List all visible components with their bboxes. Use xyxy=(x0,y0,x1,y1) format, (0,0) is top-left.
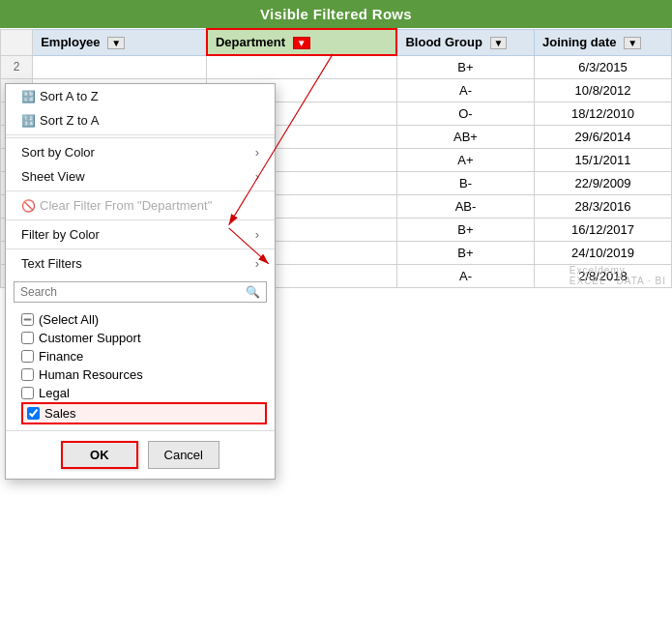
menu-item-sheet-view[interactable]: Sheet View› xyxy=(6,164,275,189)
menu-item-label: Sort Z to A xyxy=(40,113,99,128)
col-employee: Employee ▼ xyxy=(33,29,207,55)
joining-date-cell: 22/9/2009 xyxy=(534,171,671,194)
clear-filter-icon: 🚫 xyxy=(21,199,36,213)
blood-group-cell: B- xyxy=(396,171,534,194)
blood-group-filter-btn[interactable]: ▼ xyxy=(490,37,508,49)
blood-group-cell: O- xyxy=(396,102,534,125)
watermark: ExceldemyEXCEL · DATA · BI xyxy=(570,265,666,286)
title-bar: Visible Filtered Rows xyxy=(0,0,672,28)
submenu-arrow-icon: › xyxy=(255,227,259,242)
checklist-item-label: Human Resources xyxy=(39,367,143,382)
blood-group-cell: A+ xyxy=(396,148,534,171)
department-filter-btn[interactable]: ▼ xyxy=(293,37,310,49)
menu-item-label: Sheet View xyxy=(21,169,85,184)
checkbox[interactable] xyxy=(27,407,40,420)
joining-date-cell: 15/1/2011 xyxy=(534,148,671,171)
joining-date-cell: 29/6/2014 xyxy=(534,125,671,148)
sort-za-icon: 🔢 xyxy=(21,114,36,128)
table-row: 2 B+ 6/3/2015 xyxy=(1,55,672,78)
col-department: Department ▼ xyxy=(207,29,397,55)
checklist-item-label: Customer Support xyxy=(39,331,141,345)
blood-group-cell: A- xyxy=(396,264,534,287)
blood-group-cell: B+ xyxy=(396,241,534,264)
menu-item-text-filters[interactable]: Text Filters› xyxy=(6,251,275,276)
checkbox[interactable] xyxy=(21,350,34,363)
menu-item-label: Clear Filter From "Department" xyxy=(40,198,212,213)
joining-date-cell: 18/12/2010 xyxy=(534,102,671,125)
search-input[interactable] xyxy=(20,285,246,299)
department-cell xyxy=(207,55,397,78)
checklist-item-finance[interactable]: Finance xyxy=(21,347,267,365)
submenu-arrow-icon: › xyxy=(255,256,259,271)
checklist-item-human-resources[interactable]: Human Resources xyxy=(21,365,267,384)
blood-group-cell: AB+ xyxy=(396,125,534,148)
submenu-arrow-icon: › xyxy=(255,145,259,160)
employee-col-label: Employee xyxy=(41,35,100,49)
joining-date-cell: 16/12/2017 xyxy=(534,218,671,241)
blood-group-cell: AB- xyxy=(396,194,534,218)
checklist-item-label: Sales xyxy=(44,406,76,421)
checklist-item-select-all[interactable]: (Select All) xyxy=(21,310,267,329)
page-title: Visible Filtered Rows xyxy=(260,6,412,22)
menu-item-sort-z-to-a[interactable]: 🔢Sort Z to A xyxy=(6,108,275,132)
joining-date-col-label: Joining date xyxy=(542,35,617,49)
row-number: 2 xyxy=(1,55,33,78)
menu-item-label: Sort A to Z xyxy=(40,89,99,103)
submenu-arrow-icon: › xyxy=(255,169,259,184)
col-blood-group: Blood Group ▼ xyxy=(396,29,534,55)
department-col-label: Department xyxy=(216,35,285,49)
sort-az-icon: 🔡 xyxy=(21,90,36,103)
menu-item-label: Text Filters xyxy=(21,256,82,271)
checklist-item-label: (Select All) xyxy=(39,312,99,327)
checkbox[interactable] xyxy=(21,387,34,399)
department-dropdown: 🔡Sort A to Z🔢Sort Z to ASort by Color›Sh… xyxy=(5,83,276,480)
search-icon: 🔍 xyxy=(246,285,260,299)
menu-item-label: Sort by Color xyxy=(21,145,95,160)
menu-item-sort-a-to-z[interactable]: 🔡Sort A to Z xyxy=(6,84,275,108)
joining-date-filter-btn[interactable]: ▼ xyxy=(624,37,641,49)
blood-group-cell: B+ xyxy=(396,55,534,78)
menu-item-filter-by-color[interactable]: Filter by Color› xyxy=(6,222,275,247)
col-joining-date: Joining date ▼ xyxy=(534,29,671,55)
checkbox[interactable] xyxy=(21,313,34,326)
checklist-item-label: Finance xyxy=(39,349,83,364)
blood-group-cell: B+ xyxy=(396,218,534,241)
joining-date-cell: 10/8/2012 xyxy=(534,78,671,102)
checklist-item-label: Legal xyxy=(39,386,70,400)
checklist-item-sales[interactable]: Sales xyxy=(21,402,267,424)
checklist-item-legal[interactable]: Legal xyxy=(21,384,267,402)
joining-date-cell: 6/3/2015 xyxy=(534,55,671,78)
menu-item-clear-filter-from-"department": 🚫Clear Filter From "Department" xyxy=(6,193,275,218)
ok-button[interactable]: OK xyxy=(61,441,138,469)
employee-cell xyxy=(33,55,207,78)
blood-group-cell: A- xyxy=(396,78,534,102)
joining-date-cell: 24/10/2019 xyxy=(534,241,671,264)
joining-date-cell: 28/3/2016 xyxy=(534,194,671,218)
checkbox[interactable] xyxy=(21,368,34,381)
search-box[interactable]: 🔍 xyxy=(14,281,267,303)
checkbox[interactable] xyxy=(21,332,34,344)
menu-item-label: Filter by Color xyxy=(21,227,100,242)
employee-filter-btn[interactable]: ▼ xyxy=(107,37,125,49)
checklist-item-customer-support[interactable]: Customer Support xyxy=(21,329,267,347)
ok-cancel-row: OK Cancel xyxy=(6,430,275,479)
checklist: (Select All)Customer SupportFinanceHuman… xyxy=(6,306,275,430)
cancel-button[interactable]: Cancel xyxy=(148,441,219,469)
blood-group-col-label: Blood Group xyxy=(405,35,482,49)
menu-item-sort-by-color[interactable]: Sort by Color› xyxy=(6,140,275,164)
